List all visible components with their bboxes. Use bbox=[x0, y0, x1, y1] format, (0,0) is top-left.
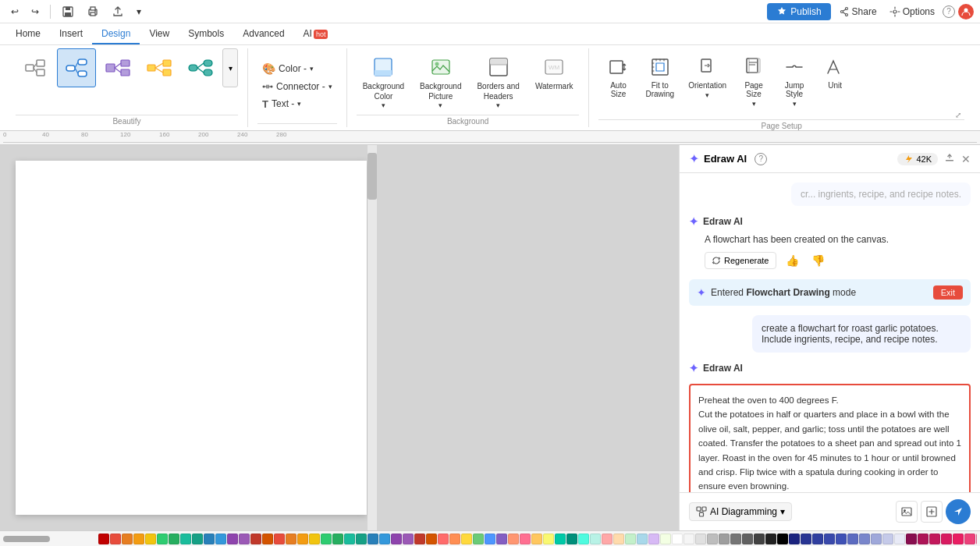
color-swatch[interactable] bbox=[672, 534, 683, 544]
color-swatch[interactable] bbox=[871, 534, 882, 544]
color-swatch[interactable] bbox=[730, 534, 741, 544]
shape-style-2[interactable] bbox=[57, 48, 96, 87]
user-avatar[interactable] bbox=[958, 4, 974, 20]
color-swatch[interactable] bbox=[602, 534, 612, 544]
color-swatch[interactable] bbox=[684, 534, 694, 544]
send-button[interactable] bbox=[946, 499, 971, 524]
borders-headers-button[interactable]: Borders and Headers ▾ bbox=[470, 51, 525, 114]
undo-button[interactable]: ↩ bbox=[6, 3, 23, 20]
color-swatch[interactable] bbox=[742, 534, 753, 544]
color-swatch[interactable] bbox=[964, 534, 975, 544]
color-swatch[interactable] bbox=[754, 534, 765, 544]
tab-advanced[interactable]: Advanced bbox=[233, 24, 293, 44]
color-swatch[interactable] bbox=[204, 534, 215, 544]
color-swatch[interactable] bbox=[297, 534, 308, 544]
color-swatch[interactable] bbox=[566, 534, 577, 544]
color-swatch[interactable] bbox=[613, 534, 624, 544]
color-swatch[interactable] bbox=[438, 534, 449, 544]
color-swatch[interactable] bbox=[976, 534, 977, 544]
color-swatch[interactable] bbox=[133, 534, 144, 544]
color-swatch[interactable] bbox=[812, 534, 823, 544]
color-swatch[interactable] bbox=[473, 534, 484, 544]
color-swatch[interactable] bbox=[765, 534, 776, 544]
color-swatch[interactable] bbox=[461, 534, 472, 544]
tab-view[interactable]: View bbox=[140, 24, 179, 44]
color-swatch[interactable] bbox=[250, 534, 261, 544]
publish-button[interactable]: Publish bbox=[767, 3, 830, 20]
color-swatch[interactable] bbox=[953, 534, 964, 544]
regenerate-button[interactable]: Regenerate bbox=[705, 252, 776, 269]
color-swatch[interactable] bbox=[379, 534, 390, 544]
color-swatch[interactable] bbox=[707, 534, 718, 544]
color-swatch[interactable] bbox=[180, 534, 191, 544]
color-swatch[interactable] bbox=[110, 534, 121, 544]
exit-flowchart-button[interactable]: Exit bbox=[933, 285, 963, 300]
color-swatch[interactable] bbox=[239, 534, 250, 544]
text-button[interactable]: T Text - ▾ bbox=[257, 96, 306, 112]
color-swatch[interactable] bbox=[789, 534, 800, 544]
export-button[interactable] bbox=[107, 2, 129, 21]
color-swatch[interactable] bbox=[122, 534, 133, 544]
tab-ai[interactable]: AIhot bbox=[294, 24, 338, 44]
color-swatch[interactable] bbox=[777, 534, 788, 544]
unit-button[interactable]: Unit bbox=[815, 51, 854, 93]
tab-home[interactable]: Home bbox=[6, 24, 50, 44]
save-button[interactable] bbox=[57, 2, 79, 21]
color-swatch[interactable] bbox=[309, 534, 320, 544]
ai-image-button[interactable] bbox=[896, 501, 918, 523]
color-swatch[interactable] bbox=[192, 534, 203, 544]
color-swatch[interactable] bbox=[555, 534, 566, 544]
color-swatch[interactable] bbox=[520, 534, 531, 544]
color-swatch[interactable] bbox=[169, 534, 179, 544]
color-swatch[interactable] bbox=[824, 534, 835, 544]
tab-symbols[interactable]: Symbols bbox=[179, 24, 233, 44]
ai-help-button[interactable]: ? bbox=[755, 153, 767, 165]
ai-export-button[interactable] bbox=[921, 501, 943, 523]
connector-button[interactable]: Connector - ▾ bbox=[257, 79, 337, 94]
jump-style-button[interactable]: JumpStyle ▾ bbox=[775, 51, 814, 111]
canvas-area[interactable] bbox=[0, 145, 679, 530]
ai-minimize-button[interactable] bbox=[944, 152, 955, 165]
color-swatch[interactable] bbox=[286, 534, 296, 544]
color-swatch[interactable] bbox=[227, 534, 238, 544]
color-swatch[interactable] bbox=[508, 534, 519, 544]
color-swatch[interactable] bbox=[882, 534, 893, 544]
options-button[interactable]: Options bbox=[885, 3, 939, 20]
color-swatch[interactable] bbox=[719, 534, 730, 544]
shape-style-4[interactable] bbox=[140, 48, 179, 87]
background-color-button[interactable]: Background Color ▾ bbox=[357, 51, 410, 114]
color-swatch[interactable] bbox=[578, 534, 589, 544]
color-swatch[interactable] bbox=[660, 534, 671, 544]
color-swatch[interactable] bbox=[590, 534, 601, 544]
color-swatch[interactable] bbox=[262, 534, 273, 544]
color-swatch[interactable] bbox=[98, 534, 109, 544]
help-button[interactable]: ? bbox=[943, 5, 955, 18]
shape-style-1[interactable] bbox=[16, 48, 55, 87]
color-swatch[interactable] bbox=[648, 534, 659, 544]
color-swatch[interactable] bbox=[941, 534, 952, 544]
color-swatch[interactable] bbox=[485, 534, 495, 544]
watermark-button[interactable]: WM Watermark bbox=[529, 51, 580, 94]
color-swatch[interactable] bbox=[274, 534, 285, 544]
color-swatch[interactable] bbox=[414, 534, 425, 544]
auto-size-button[interactable]: AutoSize bbox=[598, 51, 637, 101]
color-swatch[interactable] bbox=[332, 534, 343, 544]
color-swatch[interactable] bbox=[356, 534, 367, 544]
print-button[interactable] bbox=[82, 2, 104, 21]
ai-mode-selector[interactable]: AI Diagramming ▾ bbox=[689, 502, 792, 521]
thumbs-down-button[interactable]: 👎 bbox=[808, 251, 828, 270]
shape-style-5[interactable] bbox=[181, 48, 220, 87]
color-swatch[interactable] bbox=[403, 534, 414, 544]
vertical-scrollbar-thumb[interactable] bbox=[368, 153, 377, 200]
redo-button[interactable]: ↪ bbox=[27, 3, 44, 20]
color-swatch[interactable] bbox=[695, 534, 706, 544]
recipe-text-box[interactable]: Preheat the oven to 400 degrees F. Cut t… bbox=[689, 384, 971, 492]
color-swatch[interactable] bbox=[145, 534, 156, 544]
tab-insert[interactable]: Insert bbox=[50, 24, 92, 44]
tab-design[interactable]: Design bbox=[92, 24, 140, 44]
color-swatch[interactable] bbox=[496, 534, 507, 544]
vertical-scrollbar[interactable] bbox=[368, 145, 377, 530]
ai-close-button[interactable]: ✕ bbox=[961, 153, 971, 165]
color-swatch[interactable] bbox=[531, 534, 542, 544]
fit-drawing-button[interactable]: Fit toDrawing bbox=[639, 51, 680, 101]
